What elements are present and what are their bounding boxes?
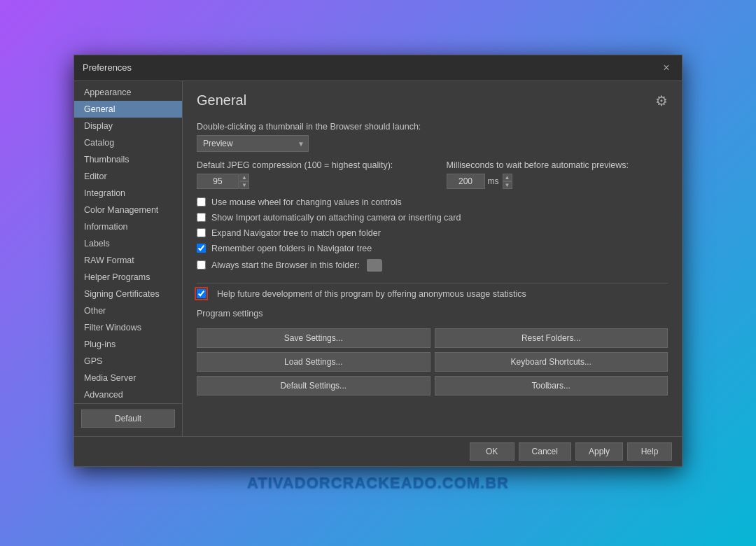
mousewheel-checkbox[interactable] (197, 197, 206, 206)
sidebar-item-media-server[interactable]: Media Server (74, 370, 182, 386)
title-bar: Preferences × (74, 55, 682, 81)
sidebar-item-color-management[interactable]: Color Management (74, 202, 182, 218)
anon-stats-checkbox[interactable] (197, 289, 206, 298)
always-start-checkbox[interactable] (197, 260, 206, 270)
jpeg-input-wrapper: ▲ ▼ (197, 174, 419, 189)
ms-input-wrapper: ms ▲ ▼ (447, 174, 668, 189)
always-start-label: Always start the Browser in this folder: (211, 260, 360, 270)
show-import-checkbox[interactable] (197, 213, 206, 222)
sidebar: AppearanceGeneralDisplayCatalogThumbnail… (74, 81, 183, 436)
ms-label: Milliseconds to wait before automatic pr… (447, 160, 668, 170)
double-click-dropdown-wrapper: Preview Editor Default Application ▼ (197, 135, 309, 152)
sidebar-item-other[interactable]: Other (74, 302, 182, 319)
close-button[interactable]: × (659, 61, 673, 75)
anon-stats-label: Help future development of this program … (217, 289, 526, 299)
jpeg-col: Default JPEG compression (100 = highest … (197, 160, 419, 189)
content-title: General (197, 92, 246, 108)
divider (197, 283, 668, 284)
sidebar-item-general[interactable]: General (74, 101, 182, 118)
jpeg-spin-up[interactable]: ▲ (239, 174, 249, 181)
expand-navigator-label: Expand Navigator tree to match open fold… (211, 228, 381, 238)
sidebar-item-display[interactable]: Display (74, 118, 182, 134)
sidebar-item-raw-format[interactable]: RAW Format (74, 252, 182, 269)
keyboard-shortcuts-button[interactable]: Keyboard Shortcuts... (435, 352, 668, 372)
sidebar-item-integration[interactable]: Integration (74, 185, 182, 202)
show-import-row: Show Import automatically on attaching c… (197, 213, 668, 223)
double-click-label: Double-clicking a thumbnail in the Brows… (197, 122, 668, 132)
sidebar-item-gps[interactable]: GPS (74, 353, 182, 370)
ms-spin-down[interactable]: ▼ (503, 181, 512, 189)
sidebar-item-filter-windows[interactable]: Filter Windows (74, 319, 182, 336)
mousewheel-label: Use mouse wheel for changing values in c… (211, 197, 402, 207)
jpeg-ms-row: Default JPEG compression (100 = highest … (197, 160, 668, 189)
dialog-body: AppearanceGeneralDisplayCatalogThumbnail… (74, 81, 682, 436)
save-settings-button[interactable]: Save Settings... (197, 328, 430, 348)
ok-button[interactable]: OK (470, 442, 514, 461)
sidebar-item-signing-certificates[interactable]: Signing Certificates (74, 286, 182, 302)
expand-navigator-row: Expand Navigator tree to match open fold… (197, 228, 668, 238)
double-click-row: Double-clicking a thumbnail in the Brows… (197, 122, 668, 152)
reset-folders-button[interactable]: Reset Folders... (435, 328, 668, 348)
sidebar-item-editor[interactable]: Editor (74, 168, 182, 185)
jpeg-label: Default JPEG compression (100 = highest … (197, 160, 419, 170)
sidebar-footer: Default (74, 403, 182, 433)
sidebar-item-thumbnails[interactable]: Thumbnails (74, 151, 182, 168)
ms-unit: ms (488, 176, 499, 186)
help-button[interactable]: Help (627, 442, 672, 461)
load-settings-button[interactable]: Load Settings... (197, 352, 430, 372)
ms-input[interactable] (447, 174, 485, 189)
content-area: General ⚙ Double-clicking a thumbnail in… (183, 81, 682, 436)
folder-browse-icon[interactable] (367, 259, 382, 272)
gear-icon[interactable]: ⚙ (655, 92, 668, 109)
default-button[interactable]: Default (81, 410, 175, 428)
dialog-wrapper: Preferences × AppearanceGeneralDisplayCa… (74, 55, 682, 492)
sidebar-item-advanced[interactable]: Advanced (74, 386, 182, 403)
show-import-label: Show Import automatically on attaching c… (211, 213, 461, 223)
remember-folders-checkbox[interactable] (197, 244, 206, 253)
always-start-row: Always start the Browser in this folder: (197, 259, 668, 272)
apply-button[interactable]: Apply (575, 442, 623, 461)
dialog-footer: OK Cancel Apply Help (74, 436, 682, 466)
ms-spin-up[interactable]: ▲ (503, 174, 512, 181)
jpeg-spinners: ▲ ▼ (239, 174, 249, 189)
anon-stats-row: Help future development of this program … (197, 289, 668, 299)
jpeg-input[interactable] (197, 174, 239, 189)
ms-col: Milliseconds to wait before automatic pr… (447, 160, 668, 189)
program-settings-buttons: Save Settings... Reset Folders... Load S… (197, 328, 668, 396)
preferences-dialog: Preferences × AppearanceGeneralDisplayCa… (74, 55, 682, 467)
sidebar-item-labels[interactable]: Labels (74, 235, 182, 252)
sidebar-item-helper-programs[interactable]: Helper Programs (74, 269, 182, 286)
double-click-select[interactable]: Preview Editor Default Application (197, 135, 309, 152)
sidebar-item-appearance[interactable]: Appearance (74, 84, 182, 101)
jpeg-spin-down[interactable]: ▼ (239, 181, 249, 189)
content-header: General ⚙ (197, 92, 668, 109)
sidebar-item-catalog[interactable]: Catalog (74, 134, 182, 151)
sidebar-item-information[interactable]: Information (74, 218, 182, 235)
program-settings-heading: Program settings (197, 309, 668, 318)
remember-folders-label: Remember open folders in Navigator tree (211, 244, 372, 253)
expand-navigator-checkbox[interactable] (197, 228, 206, 237)
dialog-title: Preferences (83, 62, 132, 73)
cancel-button[interactable]: Cancel (519, 442, 571, 461)
remember-folders-row: Remember open folders in Navigator tree (197, 244, 668, 253)
mousewheel-row: Use mouse wheel for changing values in c… (197, 197, 668, 207)
sidebar-item-plug-ins[interactable]: Plug-ins (74, 336, 182, 353)
default-settings-button[interactable]: Default Settings... (197, 376, 430, 396)
ms-spinners: ▲ ▼ (503, 174, 512, 189)
watermark: ATIVADORCRACKEADO.COM.BR (247, 474, 509, 492)
toolbars-button[interactable]: Toolbars... (435, 376, 668, 396)
